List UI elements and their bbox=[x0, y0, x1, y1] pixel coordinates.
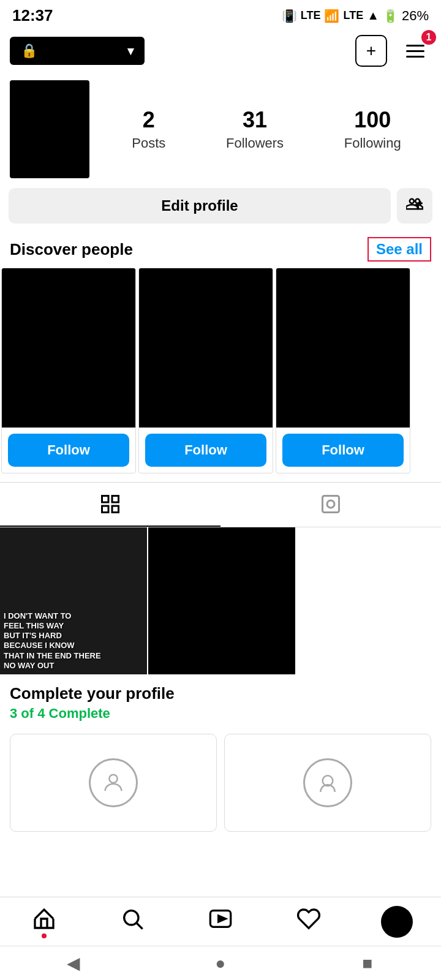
nav-search[interactable] bbox=[88, 897, 176, 946]
android-nav: ◀ ● ■ bbox=[0, 946, 441, 980]
svg-rect-4 bbox=[102, 506, 109, 513]
android-back[interactable]: ◀ bbox=[55, 951, 92, 976]
svg-point-8 bbox=[109, 775, 117, 783]
following-stat[interactable]: 100 Following bbox=[344, 107, 401, 151]
followers-stat[interactable]: 31 Followers bbox=[226, 107, 284, 151]
home-icon bbox=[32, 907, 56, 937]
svg-rect-6 bbox=[323, 496, 339, 513]
nav-reels[interactable] bbox=[176, 897, 265, 946]
svg-point-7 bbox=[327, 500, 334, 508]
battery-icon: 🔋 bbox=[383, 9, 398, 23]
nav-home[interactable] bbox=[0, 897, 88, 946]
discover-title: Discover people bbox=[10, 240, 133, 259]
following-label: Following bbox=[344, 135, 401, 151]
discover-card-3: Follow bbox=[276, 268, 410, 473]
card-image-2 bbox=[139, 268, 273, 428]
lte2-icon: LTE bbox=[343, 9, 363, 22]
lte-icon: LTE bbox=[301, 9, 321, 22]
posts-grid: I DON'T WANT TOFEEL THIS WAYBUT IT'S HAR… bbox=[0, 527, 441, 674]
svg-line-11 bbox=[137, 924, 143, 929]
notification-badge: 1 bbox=[421, 30, 436, 45]
menu-line-2 bbox=[406, 50, 424, 52]
followers-label: Followers bbox=[226, 135, 284, 151]
nav-profile-avatar bbox=[381, 906, 413, 938]
complete-card-1[interactable] bbox=[10, 734, 217, 832]
nav-right: + 1 bbox=[355, 35, 431, 67]
posts-count: 2 bbox=[143, 107, 155, 133]
add-post-button[interactable]: + bbox=[355, 35, 387, 67]
heart-icon bbox=[296, 907, 321, 937]
follow-button-1[interactable]: Follow bbox=[8, 434, 129, 467]
card-image-1 bbox=[2, 268, 135, 428]
nav-profile[interactable] bbox=[353, 897, 441, 946]
battery-percent: 26% bbox=[402, 8, 429, 24]
signal-icon: ▲ bbox=[367, 9, 379, 23]
menu-line-1 bbox=[406, 45, 424, 47]
tab-tagged[interactable] bbox=[221, 483, 441, 527]
add-person-button[interactable] bbox=[397, 188, 432, 224]
svg-rect-2 bbox=[102, 496, 109, 503]
search-icon bbox=[120, 907, 145, 937]
chevron-down-icon: ▾ bbox=[127, 43, 134, 58]
progress-suffix: Complete bbox=[45, 706, 110, 721]
tab-grid[interactable] bbox=[0, 483, 221, 527]
progress-count: 3 of 4 bbox=[10, 706, 45, 721]
complete-card-icon-1 bbox=[89, 758, 138, 807]
post-thumb-1[interactable]: I DON'T WANT TOFEEL THIS WAYBUT IT'S HAR… bbox=[0, 527, 147, 674]
add-person-icon bbox=[406, 195, 423, 217]
edit-profile-button[interactable]: Edit profile bbox=[9, 188, 391, 224]
vibrate-icon: 📳 bbox=[282, 9, 297, 23]
username-redacted bbox=[41, 45, 124, 57]
plus-icon: + bbox=[366, 41, 376, 61]
complete-card-icon-2 bbox=[303, 758, 352, 807]
svg-marker-13 bbox=[219, 916, 226, 922]
reels-icon bbox=[208, 907, 233, 937]
top-nav: 🔒 ▾ + 1 bbox=[0, 30, 441, 74]
following-count: 100 bbox=[354, 107, 391, 133]
discover-scroll: Follow Follow Follow bbox=[0, 268, 441, 473]
card-image-3 bbox=[276, 268, 410, 428]
complete-cards bbox=[0, 728, 441, 838]
posts-label: Posts bbox=[132, 135, 165, 151]
profile-actions: Edit profile bbox=[0, 188, 441, 233]
tab-bar bbox=[0, 483, 441, 527]
bottom-nav bbox=[0, 897, 441, 946]
android-recent[interactable]: ■ bbox=[349, 951, 386, 976]
see-all-button[interactable]: See all bbox=[368, 237, 431, 262]
post-thumb-3 bbox=[296, 527, 441, 674]
time: 12:37 bbox=[12, 6, 53, 25]
wifi-icon: 📶 bbox=[324, 9, 339, 23]
svg-rect-3 bbox=[112, 496, 119, 503]
follow-button-3[interactable]: Follow bbox=[282, 434, 404, 467]
complete-profile-title: Complete your profile bbox=[10, 684, 431, 703]
nav-heart[interactable] bbox=[265, 897, 353, 946]
profile-stats: 2 Posts 31 Followers 100 Following bbox=[102, 107, 431, 151]
complete-card-2[interactable] bbox=[224, 734, 431, 832]
discover-header: Discover people See all bbox=[0, 233, 441, 268]
discover-card-2: Follow bbox=[138, 268, 273, 473]
complete-profile-progress: 3 of 4 Complete bbox=[10, 706, 431, 722]
svg-point-10 bbox=[124, 911, 138, 925]
status-icons: 📳 LTE 📶 LTE ▲ 🔋 26% bbox=[282, 8, 429, 24]
post-thumb-2[interactable] bbox=[148, 527, 295, 674]
svg-rect-5 bbox=[112, 506, 119, 513]
profile-section: 2 Posts 31 Followers 100 Following bbox=[0, 74, 441, 188]
lock-icon: 🔒 bbox=[21, 43, 37, 59]
username-bar[interactable]: 🔒 ▾ bbox=[10, 37, 145, 65]
followers-count: 31 bbox=[243, 107, 267, 133]
menu-button[interactable]: 1 bbox=[399, 35, 431, 67]
android-home[interactable]: ● bbox=[202, 951, 239, 976]
posts-stat[interactable]: 2 Posts bbox=[132, 107, 165, 151]
follow-button-2[interactable]: Follow bbox=[145, 434, 266, 467]
menu-line-3 bbox=[406, 56, 424, 58]
nav-home-dot bbox=[42, 933, 47, 938]
discover-card-1: Follow bbox=[1, 268, 136, 473]
complete-profile-section: Complete your profile 3 of 4 Complete bbox=[0, 674, 441, 728]
profile-picture[interactable] bbox=[10, 80, 89, 178]
status-bar: 12:37 📳 LTE 📶 LTE ▲ 🔋 26% bbox=[0, 0, 441, 30]
